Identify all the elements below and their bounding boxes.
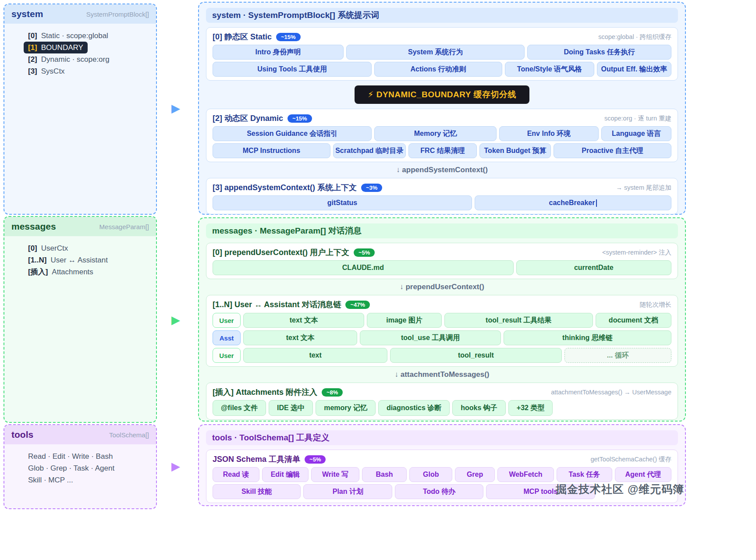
item-index: [插入] bbox=[28, 267, 48, 277]
sidebar-item-sysctx[interactable]: [3] SysCtx bbox=[28, 65, 150, 77]
role-chip-assistant[interactable]: Asst bbox=[213, 330, 241, 345]
sidebar-system-type: SystemPromptBlock[] bbox=[86, 11, 149, 18]
sidebar-item-boundary[interactable]: [1] BOUNDARY bbox=[24, 42, 88, 53]
static-block-note: scope:global · 跨组织缓存 bbox=[598, 33, 671, 41]
chip-text[interactable]: text bbox=[243, 348, 387, 363]
chip-frc[interactable]: FRC 结果清理 bbox=[408, 143, 477, 158]
prepend-user-context-connector: ↓ prependUserContext() bbox=[206, 283, 678, 291]
chip-text[interactable]: text 文本 bbox=[243, 330, 357, 345]
dynamic-boundary-banner: ⚡ DYNAMIC_BOUNDARY 缓存切分线 bbox=[355, 85, 529, 104]
chip-session-guidance[interactable]: Session Guidance 会话指引 bbox=[213, 126, 372, 141]
chip-webfetch[interactable]: WebFetch bbox=[497, 467, 554, 482]
chip-hooks[interactable]: hooks 钩子 bbox=[452, 400, 506, 416]
chip-thinking[interactable]: thinking 思维链 bbox=[504, 330, 671, 345]
watermark: 掘金技术社区 @维元码簿 bbox=[556, 482, 684, 496]
chip-skill[interactable]: Skill 技能 bbox=[213, 484, 301, 499]
chip-document[interactable]: document 文档 bbox=[596, 313, 671, 328]
userctx-block: [0] prependUserContext() 用户上下文 ~5% <syst… bbox=[206, 243, 678, 279]
chip-agent[interactable]: Agent 代理 bbox=[615, 467, 671, 482]
messages-section-header: messages · MessageParam[] 对话消息 bbox=[206, 223, 678, 238]
chip-intro[interactable]: Intro 身份声明 bbox=[213, 45, 344, 60]
sidebar-item-user-assistant[interactable]: [1..N] User ↔ Assistant bbox=[28, 254, 150, 266]
chip-files[interactable]: @files 文件 bbox=[213, 400, 266, 416]
item-index: [1] bbox=[28, 43, 37, 52]
sidebar-item-core-tools[interactable]: Read · Edit · Write · Bash bbox=[28, 450, 150, 462]
role-chip-user[interactable]: User bbox=[213, 348, 241, 363]
chip-doing-tasks[interactable]: Doing Tasks 任务执行 bbox=[527, 45, 671, 60]
system-section-header: system · SystemPromptBlock[] 系统提示词 bbox=[206, 8, 678, 23]
sidebar-item-userctx[interactable]: [0] UserCtx bbox=[28, 242, 150, 254]
chip-bash[interactable]: Bash bbox=[362, 467, 407, 482]
item-label: Glob · Grep · Task · Agent bbox=[28, 464, 114, 473]
chip-grep[interactable]: Grep bbox=[455, 467, 494, 482]
chain-row-assistant: Asst text 文本 tool_use 工具调用 thinking 思维链 bbox=[213, 330, 671, 345]
static-block-badge: ~15% bbox=[276, 33, 301, 41]
sidebar-item-attachments[interactable]: [插入] Attachments bbox=[28, 266, 150, 278]
chip-system-behavior[interactable]: System 系统行为 bbox=[346, 45, 525, 60]
chip-image[interactable]: image 图片 bbox=[367, 313, 441, 328]
chip-todo[interactable]: Todo 待办 bbox=[395, 484, 483, 499]
sidebar-system-header: system SystemPromptBlock[] bbox=[4, 4, 156, 24]
chip-text[interactable]: text 文本 bbox=[243, 313, 364, 328]
chip-scratchpad[interactable]: Scratchpad 临时目录 bbox=[333, 143, 406, 158]
item-label: Static · scope:global bbox=[41, 32, 108, 40]
chip-currentdate[interactable]: currentDate bbox=[516, 260, 671, 275]
static-block-title: [0] 静态区 Static bbox=[213, 32, 272, 42]
sidebar-item-static[interactable]: [0] Static · scope:global bbox=[28, 30, 150, 42]
chip-mcp-instructions[interactable]: MCP Instructions bbox=[213, 143, 330, 158]
item-label: Attachments bbox=[52, 268, 93, 276]
append-system-context-connector: ↓ appendSystemContext() bbox=[206, 166, 678, 174]
chip-edit[interactable]: Edit 编辑 bbox=[262, 467, 309, 482]
chip-tool-result[interactable]: tool_result 工具结果 bbox=[444, 313, 593, 328]
chip-more-types[interactable]: +32 类型 bbox=[508, 400, 553, 416]
item-label: UserCtx bbox=[41, 244, 68, 253]
chip-proactive[interactable]: Proactive 自主代理 bbox=[554, 143, 671, 158]
sysctx-block-note: → system 尾部追加 bbox=[616, 184, 671, 192]
chain-block: [1..N] User ↔ Assistant 对话消息链 ~47% 随轮次增长… bbox=[206, 295, 678, 367]
dynamic-block-note: scope:org · 逐 turn 重建 bbox=[604, 114, 671, 123]
item-label: BOUNDARY bbox=[41, 43, 83, 52]
chip-token-budget[interactable]: Token Budget 预算 bbox=[479, 143, 551, 158]
chip-gitstatus[interactable]: gitStatus bbox=[213, 195, 472, 210]
chip-actions[interactable]: Actions 行动准则 bbox=[374, 62, 502, 77]
chip-loop[interactable]: ... 循环 bbox=[564, 348, 671, 363]
role-chip-user[interactable]: User bbox=[213, 313, 241, 328]
sidebar-system-title: system bbox=[11, 9, 43, 19]
attachments-block-badge: ~8% bbox=[322, 388, 343, 397]
chip-output-eff[interactable]: Output Eff. 输出效率 bbox=[597, 62, 671, 77]
sidebar-tools-type: ToolSchema[] bbox=[109, 431, 149, 439]
chip-env-info[interactable]: Env Info 环境 bbox=[499, 126, 599, 141]
chip-glob[interactable]: Glob bbox=[409, 467, 452, 482]
userctx-block-title: [0] prependUserContext() 用户上下文 bbox=[213, 247, 349, 258]
chip-diagnostics[interactable]: diagnostics 诊断 bbox=[378, 400, 450, 416]
sidebar-messages-list: [0] UserCtx [1..N] User ↔ Assistant [插入]… bbox=[4, 236, 156, 283]
chip-using-tools[interactable]: Using Tools 工具使用 bbox=[213, 62, 372, 77]
sidebar-item-skill-mcp[interactable]: Skill · MCP ... bbox=[28, 474, 150, 486]
sidebar-messages-type: MessageParam[] bbox=[99, 223, 149, 230]
chip-tool-result[interactable]: tool_result bbox=[390, 348, 561, 363]
chip-task[interactable]: Task 任务 bbox=[557, 467, 612, 482]
chip-tone-style[interactable]: Tone/Style 语气风格 bbox=[505, 62, 594, 77]
chip-cachebreaker[interactable]: cacheBreaker bbox=[475, 195, 671, 210]
chip-memory-attachment[interactable]: memory 记忆 bbox=[316, 400, 376, 416]
item-label: User ↔ Assistant bbox=[51, 256, 108, 265]
chip-tool-use[interactable]: tool_use 工具调用 bbox=[360, 330, 500, 345]
sidebar-item-dynamic[interactable]: [2] Dynamic · scope:org bbox=[28, 53, 150, 65]
userctx-block-badge: ~5% bbox=[354, 248, 375, 257]
chip-cachebreaker-label: cacheBreaker bbox=[549, 199, 595, 207]
sidebar-system-panel: system SystemPromptBlock[] [0] Static · … bbox=[4, 4, 157, 215]
chip-language[interactable]: Language 语言 bbox=[601, 126, 671, 141]
attachment-to-messages-connector: ↓ attachmentToMessages() bbox=[206, 370, 678, 379]
chip-read[interactable]: Read 读 bbox=[213, 467, 259, 482]
chip-plan[interactable]: Plan 计划 bbox=[303, 484, 392, 499]
chip-ide-selection[interactable]: IDE 选中 bbox=[269, 400, 313, 416]
chain-row-user-2: User text tool_result ... 循环 bbox=[213, 348, 671, 363]
chip-claude-md[interactable]: CLAUDE.md bbox=[213, 260, 514, 275]
sidebar-item-search-tools[interactable]: Glob · Grep · Task · Agent bbox=[28, 462, 150, 474]
item-index: [0] bbox=[28, 32, 37, 40]
chip-memory[interactable]: Memory 记忆 bbox=[374, 126, 496, 141]
userctx-block-note: <system-reminder> 注入 bbox=[602, 248, 671, 257]
chip-write[interactable]: Write 写 bbox=[311, 467, 359, 482]
item-index: [2] bbox=[28, 55, 37, 64]
sysctx-block-title: [3] appendSystemContext() 系统上下文 bbox=[213, 182, 357, 193]
